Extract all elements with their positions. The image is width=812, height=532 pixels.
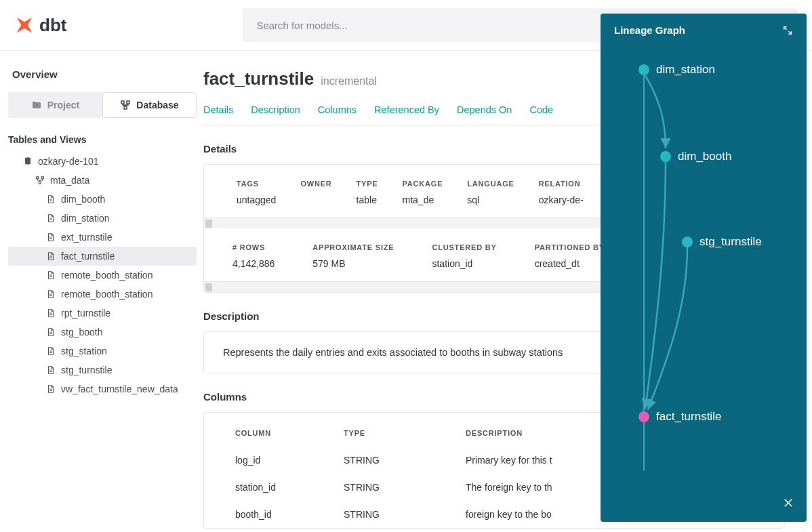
nav-tab-description[interactable]: Description [251,104,300,115]
tree-table-rpt_turnstile[interactable]: rpt_turnstile [8,304,197,323]
detail-type: TYPEtable [357,180,378,205]
tree-table-stg_turnstile[interactable]: stg_turnstile [8,361,197,380]
detail-partitioned-by: PARTITIONED BYcreated_dt [535,243,605,269]
sidebar-tabs: Project Database [8,92,197,118]
tree-table-remote_booth_station[interactable]: remote_booth_station [8,285,197,304]
detail-language: LANGUAGEsql [467,180,514,205]
nav-tab-depends-on[interactable]: Depends On [457,104,512,115]
file-icon [46,327,56,337]
tree-table-remote_booth_station[interactable]: remote_booth_station [8,266,197,285]
detail-package: PACKAGEmta_de [403,180,443,205]
tree-schema[interactable]: mta_data [8,171,197,190]
file-icon [46,365,56,375]
nav-tab-referenced-by[interactable]: Referenced By [374,104,439,115]
schema-icon [120,100,131,110]
tree-table-dim_station[interactable]: dim_station [8,209,197,228]
svg-rect-2 [124,106,127,109]
lineage-node-stg_turnstile[interactable]: stg_turnstile [682,235,762,249]
svg-rect-4 [37,177,39,179]
overview-link[interactable]: Overview [8,63,197,92]
file-icon [46,195,56,204]
database-icon [23,157,33,166]
nav-tab-details[interactable]: Details [203,104,233,115]
nav-tab-code[interactable]: Code [529,104,553,115]
svg-rect-0 [121,101,124,104]
lineage-title: Lineage Graph [614,24,685,36]
sidebar: Overview Project Database Tables and Vie… [0,51,203,532]
file-icon [46,289,56,299]
tree-table-ext_turnstile[interactable]: ext_turnstile [8,228,197,247]
lineage-close-button[interactable] [782,497,794,511]
nav-tab-columns[interactable]: Columns [318,104,357,115]
detail-clustered-by: CLUSTERED BYstation_id [432,243,496,269]
folder-icon [31,100,42,110]
node-dot-icon [682,237,693,247]
lineage-panel: Lineage Graph dim_stationdim_boothstg_tu… [601,14,807,522]
model-materialization: incremental [321,75,377,87]
detail-approximate-size: APPROXIMATE SIZE579 MB [312,243,394,269]
detail-relation: RELATIONozkary-de- [539,180,584,205]
svg-rect-6 [39,182,41,184]
node-dot-icon [638,64,649,75]
detail-tags: TAGSuntagged [237,180,276,205]
file-icon [46,251,56,261]
svg-rect-1 [127,101,129,104]
brand-logo: dbt [14,14,66,36]
file-icon [46,308,56,318]
detail-owner: OWNER [300,180,331,205]
tree-title: Tables and Views [8,130,197,152]
dbt-logo-icon [14,14,35,36]
tab-project[interactable]: Project [8,92,102,118]
schema-tree-icon [35,176,45,185]
file-icon [46,270,56,280]
lineage-node-dim_booth[interactable]: dim_booth [660,150,731,163]
file-icon [46,213,56,223]
tree-table-fact_turnstile[interactable]: fact_turnstile [8,247,197,266]
tree-table-vw_fact_turnstile_new_data[interactable]: vw_fact_turnstile_new_data [8,380,197,398]
file-icon [46,232,56,242]
file-icon [46,384,56,394]
lineage-node-fact_turnstile[interactable]: fact_turnstile [638,410,721,424]
lineage-node-dim_station[interactable]: dim_station [638,63,715,77]
svg-rect-5 [41,177,43,179]
tree-database[interactable]: ozkary-de-101 [8,152,197,171]
node-dot-icon [638,411,649,422]
expand-icon[interactable] [782,25,793,36]
brand-text: dbt [39,15,66,36]
tab-database[interactable]: Database [102,92,197,118]
node-dot-icon [660,151,671,162]
tree-table-dim_booth[interactable]: dim_booth [8,190,197,209]
tree-table-stg_booth[interactable]: stg_booth [8,323,197,342]
lineage-graph[interactable]: dim_stationdim_boothstg_turnstilefact_tu… [601,47,807,480]
detail--rows: # ROWS4,142,886 [232,243,275,269]
tree-table-stg_station[interactable]: stg_station [8,342,197,361]
close-icon [782,497,794,509]
file-icon [46,346,56,356]
